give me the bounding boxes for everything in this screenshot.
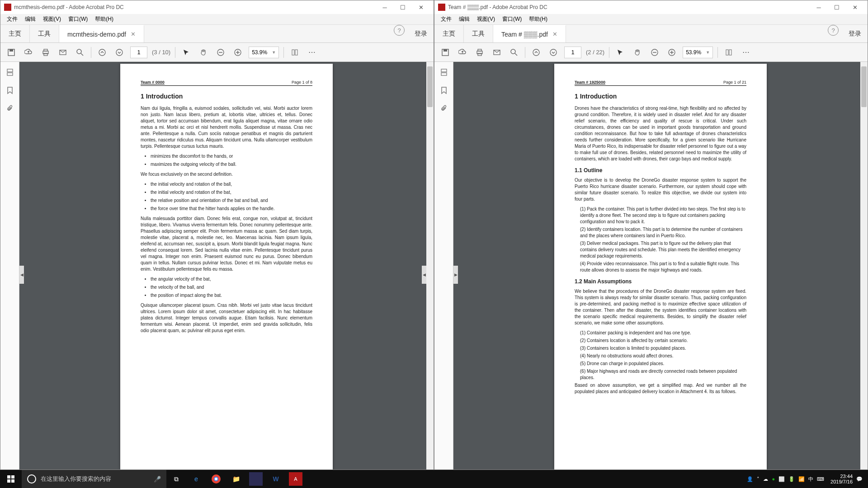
search-icon[interactable] [508,46,520,59]
task-view-icon[interactable]: ⧉ [166,470,186,488]
zoom-select[interactable]: 53.9%▼ [683,47,713,58]
explorer-icon[interactable]: 📁 [226,470,246,488]
section-heading: 1 Introduction [575,92,746,101]
vscode-icon[interactable] [249,472,263,486]
wifi-icon[interactable]: 📶 [798,476,805,482]
tab-close-icon[interactable]: ✕ [552,31,557,38]
security-icon[interactable]: ⬜ [778,476,785,482]
keyboard-icon[interactable]: ⌨ [817,476,824,482]
login-link[interactable]: 登录 [408,25,434,42]
search-placeholder: 在这里输入你要搜索的内容 [41,475,111,483]
scroll-thumb[interactable] [861,66,867,107]
tab-home[interactable]: 主页 [0,25,30,42]
clock[interactable]: 23:442019/7/16 [830,474,853,484]
zoom-out-icon[interactable] [214,46,227,59]
menu-window[interactable]: 窗口(W) [499,14,525,24]
edge-icon[interactable]: e [186,470,206,488]
fit-width-icon[interactable] [722,46,735,59]
tray-chevron-icon[interactable]: ˄ [757,476,760,482]
collapse-right[interactable]: ◀ [422,266,426,284]
start-button[interactable] [0,470,22,488]
tab-document[interactable]: Team # ▒▒▒.pdf✕ [493,25,566,42]
page-count: (3 / 10) [152,49,170,56]
page-down-icon[interactable] [547,46,560,59]
more-icon[interactable]: ⋯ [306,46,318,59]
tab-document[interactable]: mcmthesis-demo.pdf✕ [59,25,144,42]
attachment-icon[interactable] [5,103,15,113]
close-button[interactable]: ✕ [412,1,430,14]
body-text: Our objective is to develop the DroneGo … [575,177,746,202]
page-up-icon[interactable] [530,46,542,59]
system-tray[interactable]: 👤 ˄ ☁ ● ⬜ 🔋 📶 中 ⌨ 23:442019/7/16 💬 [747,474,868,484]
svg-point-9 [116,49,123,56]
ime-icon[interactable]: 中 [808,476,813,483]
menu-window[interactable]: 窗口(W) [65,14,91,24]
maximize-button[interactable]: ☐ [828,1,846,14]
tab-close-icon[interactable]: ✕ [131,31,136,38]
thumbnails-icon[interactable] [439,67,449,77]
cloud-upload-icon[interactable] [456,46,469,59]
tab-tools[interactable]: 工具 [30,25,59,42]
cloud-upload-icon[interactable] [22,46,35,59]
page-up-icon[interactable] [96,46,108,59]
select-tool-icon[interactable] [614,46,627,59]
page-input[interactable] [130,47,147,58]
thumbnails-icon[interactable] [5,67,15,77]
people-icon[interactable]: 👤 [747,476,753,482]
hand-tool-icon[interactable] [197,46,210,59]
battery-icon[interactable]: 🔋 [788,476,795,482]
titlebar[interactable]: mcmthesis-demo.pdf - Adobe Acrobat Pro D… [0,0,434,14]
scrollbar[interactable] [426,62,434,469]
close-button[interactable]: ✕ [846,1,864,14]
print-icon[interactable] [39,46,52,59]
notifications-icon[interactable]: 💬 [856,476,863,482]
bookmark-icon[interactable] [439,85,449,95]
titlebar[interactable]: Team # ▒▒▒.pdf - Adobe Acrobat Pro DC ─ … [434,0,868,14]
hand-tool-icon[interactable] [631,46,644,59]
acrobat-icon[interactable]: A [289,472,302,486]
bookmark-icon[interactable] [5,85,15,95]
tab-home[interactable]: 主页 [434,25,464,42]
more-icon[interactable]: ⋯ [740,46,752,59]
menu-file[interactable]: 文件 [3,14,21,24]
page-down-icon[interactable] [113,46,126,59]
login-link[interactable]: 登录 [842,25,868,42]
email-icon[interactable] [491,46,503,59]
search-icon[interactable] [74,46,86,59]
minimize-button[interactable]: ─ [376,1,394,14]
menu-view[interactable]: 视图(V) [473,14,499,24]
menu-help[interactable]: 帮助(H) [91,14,117,24]
scrollbar[interactable] [860,62,868,469]
chrome-icon[interactable] [206,470,226,488]
zoom-in-icon[interactable] [231,46,244,59]
tab-tools[interactable]: 工具 [464,25,493,42]
word-icon[interactable]: W [266,470,286,488]
maximize-button[interactable]: ☐ [394,1,412,14]
menu-file[interactable]: 文件 [437,14,455,24]
select-tool-icon[interactable] [180,46,193,59]
zoom-in-icon[interactable] [665,46,678,59]
mic-icon[interactable]: 🎤 [154,476,161,483]
menu-view[interactable]: 视图(V) [39,14,65,24]
fit-width-icon[interactable] [288,46,301,59]
zoom-select[interactable]: 53.9%▼ [249,47,279,58]
print-icon[interactable] [473,46,486,59]
minimize-button[interactable]: ─ [810,1,828,14]
menu-help[interactable]: 帮助(H) [525,14,551,24]
email-icon[interactable] [57,46,69,59]
page-input[interactable] [564,47,581,58]
onedrive-icon[interactable]: ☁ [763,476,768,482]
page-of: Page 1 of 8 [292,80,312,85]
menu-edit[interactable]: 编辑 [21,14,39,24]
zoom-out-icon[interactable] [648,46,661,59]
save-icon[interactable] [5,46,18,59]
wechat-icon[interactable]: ● [772,476,775,482]
attachment-icon[interactable] [439,103,449,113]
acrobat-window-right: Team # ▒▒▒.pdf - Adobe Acrobat Pro DC ─ … [434,0,868,470]
help-icon[interactable]: ? [828,25,839,36]
menu-edit[interactable]: 编辑 [455,14,473,24]
save-icon[interactable] [439,46,452,59]
help-icon[interactable]: ? [394,25,405,36]
search-box[interactable]: 在这里输入你要搜索的内容 🎤 [22,470,166,488]
scroll-thumb[interactable] [427,66,433,107]
